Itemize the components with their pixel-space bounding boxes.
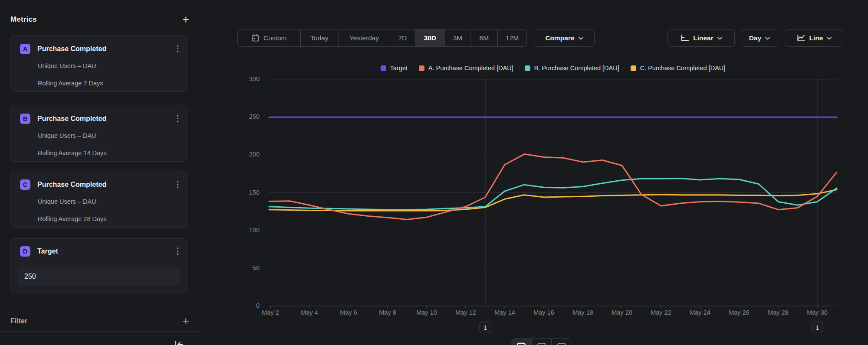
x-axis-label: May 28 (761, 309, 796, 316)
x-axis-label: May 26 (722, 309, 756, 316)
layout-option-single[interactable] (511, 339, 532, 345)
x-axis-label: May 24 (683, 309, 717, 316)
x-axis-label: May 6 (331, 309, 366, 316)
annotation-badge[interactable]: 1 (480, 322, 491, 333)
y-axis-label: 100 (233, 227, 260, 234)
x-axis-label: May 30 (800, 309, 835, 316)
y-axis-label: 50 (233, 264, 260, 271)
series-line-b[interactable] (269, 178, 837, 209)
x-axis-label: May 8 (370, 309, 405, 316)
y-axis-label: 200 (233, 151, 260, 158)
x-axis-label: May 10 (409, 309, 444, 316)
x-axis-label: May 2 (253, 309, 288, 316)
chart-layout-switcher (511, 338, 572, 345)
x-axis-label: May 12 (448, 309, 483, 316)
x-axis-label: May 14 (487, 309, 522, 316)
y-axis-label: 250 (233, 113, 260, 120)
y-axis-label: 0 (233, 302, 260, 309)
x-axis-label: May 18 (566, 309, 600, 316)
x-axis-label: May 22 (644, 309, 678, 316)
layout-option-grid[interactable] (552, 339, 572, 345)
line-chart (0, 0, 868, 345)
x-axis-label: May 20 (605, 309, 639, 316)
y-axis-label: 300 (233, 75, 260, 82)
y-axis-label: 150 (233, 189, 260, 196)
series-line-a[interactable] (269, 154, 837, 220)
layout-option-split[interactable] (532, 339, 552, 345)
annotation-badge[interactable]: 1 (812, 322, 823, 333)
x-axis-label: May 16 (526, 309, 561, 316)
x-axis-label: May 4 (292, 309, 327, 316)
